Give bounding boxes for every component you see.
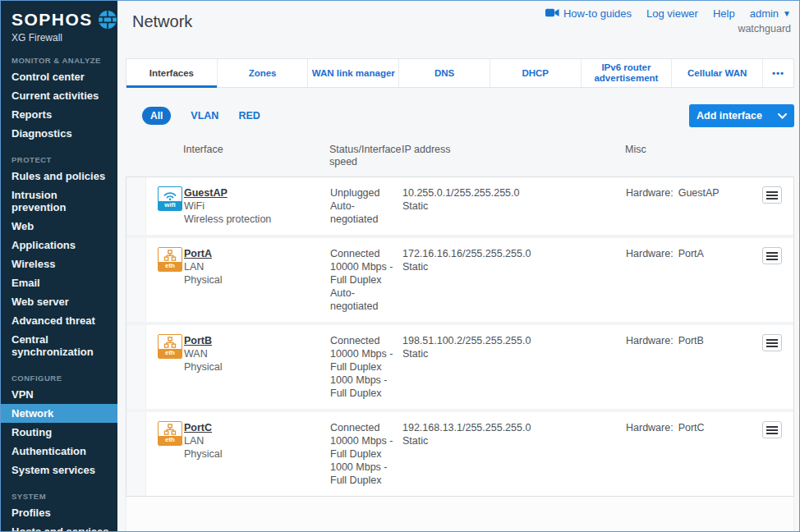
- interface-type: Wireless protection: [184, 213, 325, 226]
- misc-cell: Hardware:PortA: [626, 238, 747, 322]
- sidebar-item-email[interactable]: Email: [1, 273, 117, 292]
- sidebar-item-control-center[interactable]: Control center: [1, 67, 117, 86]
- content-filler: [126, 497, 794, 531]
- row-menu-button[interactable]: [762, 421, 782, 438]
- col-header-misc: Misc: [625, 144, 748, 175]
- status-cell: Unplugged Auto-negotiated: [330, 177, 402, 235]
- help-link[interactable]: Help: [713, 7, 735, 20]
- app-window: SOPHOS XG Firewall MONITOR & ANALYZE Con…: [0, 0, 800, 532]
- sidebar-item-hosts-and-services[interactable]: Hosts and services: [1, 522, 117, 531]
- ip-cell: 10.255.0.1/255.255.255.0 Static: [402, 177, 626, 235]
- interface-zone: WiFi: [184, 200, 325, 213]
- row-gutter: [126, 177, 146, 235]
- sidebar-item-advanced-threat[interactable]: Advanced threat: [1, 311, 117, 330]
- interface-type: Physical: [184, 360, 325, 374]
- tab-dns[interactable]: DNS: [398, 59, 490, 87]
- sidebar-item-wireless[interactable]: Wireless: [1, 255, 117, 273]
- tab-bar: Interfaces Zones WAN link manager DNS DH…: [126, 58, 794, 88]
- tab-cellular-wan[interactable]: Cellular WAN: [671, 59, 762, 87]
- sidebar-item-profiles[interactable]: Profiles: [1, 503, 117, 522]
- interface-icon-cell: eth: [146, 238, 184, 322]
- ip-cell: 192.168.13.1/255.255.255.0 Static: [402, 412, 626, 496]
- brand-logo-text: SOPHOS: [11, 10, 93, 30]
- interface-zone: WAN: [184, 347, 325, 360]
- sidebar-item-central-synchronization[interactable]: Central synchronization: [1, 330, 117, 361]
- interface-icon-cell: eth: [146, 412, 184, 496]
- tab-zones[interactable]: Zones: [217, 59, 308, 87]
- section-title-protect: PROTECT: [11, 155, 117, 164]
- ethernet-interface-icon: eth: [158, 421, 182, 446]
- sidebar-item-authentication[interactable]: Authentication: [1, 442, 117, 461]
- table-row: eth PortB WAN Physical Connected 10000 M…: [126, 322, 793, 409]
- sidebar-item-rules-and-policies[interactable]: Rules and policies: [1, 167, 117, 186]
- sidebar: SOPHOS XG Firewall MONITOR & ANALYZE Con…: [1, 1, 117, 531]
- section-title-system: SYSTEM: [11, 492, 117, 501]
- page-title: Network: [132, 12, 192, 50]
- row-menu-button[interactable]: [762, 334, 782, 351]
- brand: SOPHOS XG Firewall: [1, 1, 117, 44]
- sidebar-item-diagnostics[interactable]: Diagnostics: [1, 124, 117, 143]
- interface-type: Physical: [184, 273, 325, 287]
- filter-vlan[interactable]: VLAN: [191, 110, 218, 122]
- tab-wan-link-manager[interactable]: WAN link manager: [307, 59, 398, 87]
- sidebar-item-web[interactable]: Web: [1, 217, 117, 236]
- row-gutter: [126, 412, 146, 496]
- add-interface-button[interactable]: Add interface: [689, 104, 794, 127]
- sidebar-item-current-activities[interactable]: Current activities: [1, 86, 117, 105]
- brand-product: XG Firewall: [11, 32, 113, 44]
- interface-type: Physical: [184, 447, 325, 461]
- log-viewer-link[interactable]: Log viewer: [646, 7, 698, 20]
- row-menu-button[interactable]: [762, 186, 782, 204]
- interface-icon-cell: eth: [146, 325, 184, 409]
- sidebar-item-web-server[interactable]: Web server: [1, 292, 117, 311]
- interface-icon-cell: wifi: [146, 177, 184, 235]
- ip-cell: 198.51.100.2/255.255.255.0 Static: [402, 325, 626, 409]
- sidebar-item-routing[interactable]: Routing: [1, 423, 117, 442]
- row-menu-button[interactable]: [762, 247, 782, 264]
- tab-more-menu[interactable]: •••: [762, 59, 793, 87]
- how-to-guides-link[interactable]: How-to guides: [545, 7, 632, 20]
- row-gutter: [126, 238, 146, 322]
- misc-cell: Hardware:GuestAP: [626, 177, 747, 235]
- col-header-ip: IP address: [402, 144, 625, 175]
- interfaces-list: wifi GuestAP WiFi Wireless protection Un…: [126, 177, 794, 497]
- sophos-ball-icon: [98, 10, 117, 30]
- sidebar-nav: MONITOR & ANALYZE Control center Current…: [1, 56, 117, 531]
- tab-interfaces[interactable]: Interfaces: [126, 59, 217, 87]
- topbar: Network How-to guides Log viewer Help: [117, 1, 799, 50]
- chevron-down-icon: [778, 110, 787, 122]
- section-title-monitor: MONITOR & ANALYZE: [11, 56, 117, 65]
- sidebar-item-intrusion-prevention[interactable]: Intrusion prevention: [1, 186, 117, 217]
- wifi-interface-icon: wifi: [158, 186, 182, 211]
- interface-name-link[interactable]: GuestAP: [184, 186, 228, 200]
- admin-menu[interactable]: admin ▼: [750, 7, 791, 20]
- sidebar-item-vpn[interactable]: VPN: [1, 385, 117, 404]
- main-content: Network How-to guides Log viewer Help: [117, 1, 799, 531]
- video-camera-icon: [545, 7, 559, 20]
- interface-name-link[interactable]: PortA: [184, 247, 212, 260]
- account-name: watchguard: [545, 23, 791, 34]
- ethernet-interface-icon: eth: [158, 334, 182, 359]
- tab-ipv6-router-advertisement[interactable]: IPv6 router advertisement: [581, 59, 672, 87]
- status-cell: Connected 10000 Mbps - Full Duplex Auto-…: [330, 238, 402, 322]
- table-header-row: Interface Status/Interface speed IP addr…: [126, 144, 794, 175]
- col-header-interface: Interface: [183, 144, 329, 175]
- filter-red[interactable]: RED: [238, 110, 260, 122]
- ip-cell: 172.16.16.16/255.255.255.0 Static: [402, 238, 626, 322]
- sidebar-item-network[interactable]: Network: [1, 404, 117, 423]
- table-row: wifi GuestAP WiFi Wireless protection Un…: [126, 177, 793, 235]
- chevron-down-icon: ▼: [783, 10, 791, 18]
- interface-name-link[interactable]: PortC: [184, 421, 212, 434]
- sidebar-item-reports[interactable]: Reports: [1, 105, 117, 124]
- filter-all[interactable]: All: [142, 107, 171, 125]
- row-gutter: [126, 325, 146, 409]
- interface-name-link[interactable]: PortB: [184, 334, 212, 347]
- sidebar-item-system-services[interactable]: System services: [1, 461, 117, 479]
- sidebar-item-applications[interactable]: Applications: [1, 236, 117, 255]
- misc-cell: Hardware:PortC: [626, 412, 747, 496]
- interface-zone: LAN: [184, 434, 325, 447]
- section-title-configure: CONFIGURE: [11, 374, 117, 383]
- misc-cell: Hardware:PortB: [626, 325, 747, 409]
- tab-dhcp[interactable]: DHCP: [490, 59, 581, 87]
- status-cell: Connected 10000 Mbps - Full Duplex 1000 …: [330, 325, 402, 409]
